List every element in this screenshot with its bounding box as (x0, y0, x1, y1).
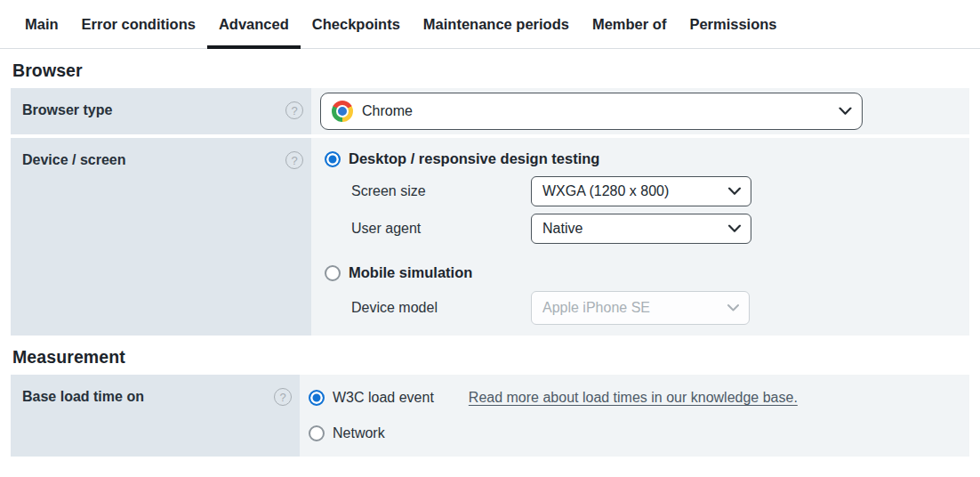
chevron-down-icon (839, 108, 852, 116)
tab-error-conditions[interactable]: Error conditions (70, 0, 207, 48)
screen-size-label: Screen size (351, 183, 531, 199)
base-load-time-row: Base load time on ? W3C load event Read … (11, 375, 969, 457)
tab-main[interactable]: Main (13, 0, 70, 48)
help-icon[interactable]: ? (285, 151, 303, 169)
device-screen-content-cell: Desktop / responsive design testing Scre… (311, 138, 969, 336)
tab-permissions[interactable]: Permissions (678, 0, 788, 48)
device-screen-label-cell: Device / screen ? (11, 138, 311, 336)
chevron-down-icon (727, 304, 739, 311)
w3c-radio[interactable] (309, 390, 325, 406)
tab-advanced[interactable]: Advanced (207, 0, 301, 48)
device-model-label: Device model (351, 300, 531, 316)
browser-type-label-cell: Browser type ? (11, 88, 311, 134)
desktop-option-row: Desktop / responsive design testing (325, 150, 969, 167)
network-option-row: Network (309, 425, 969, 441)
browser-type-label: Browser type (22, 101, 112, 119)
network-radio-label[interactable]: Network (333, 425, 385, 441)
knowledge-base-link[interactable]: Read more about load times in our knowle… (469, 390, 798, 406)
device-model-value: Apple iPhone SE (542, 300, 650, 316)
screen-size-field: Screen size WXGA (1280 x 800) (351, 176, 969, 206)
help-icon[interactable]: ? (274, 388, 292, 406)
tab-member-of[interactable]: Member of (581, 0, 678, 48)
screen-size-value: WXGA (1280 x 800) (542, 183, 669, 199)
device-model-select: Apple iPhone SE (531, 291, 750, 325)
chrome-logo-icon (332, 101, 353, 122)
chevron-down-icon (728, 188, 741, 196)
mobile-radio[interactable] (325, 265, 341, 281)
user-agent-label: User agent (351, 221, 531, 237)
help-icon[interactable]: ? (285, 101, 303, 119)
w3c-option-row: W3C load event Read more about load time… (309, 390, 969, 406)
browser-type-value: Chrome (362, 103, 413, 119)
device-screen-row: Device / screen ? Desktop / responsive d… (11, 138, 969, 336)
tab-maintenance-periods[interactable]: Maintenance periods (412, 0, 581, 48)
user-agent-value: Native (542, 221, 582, 237)
settings-tab-bar: Main Error conditions Advanced Checkpoin… (0, 0, 980, 49)
measurement-settings-table: Base load time on ? W3C load event Read … (11, 375, 969, 457)
browser-section-heading: Browser (12, 61, 969, 81)
user-agent-field: User agent Native (351, 214, 969, 244)
device-screen-label: Device / screen (22, 151, 126, 169)
network-radio[interactable] (309, 425, 325, 441)
base-load-time-label-cell: Base load time on ? (11, 375, 300, 457)
chevron-down-icon (728, 225, 741, 233)
browser-type-content-cell: Chrome (311, 88, 969, 134)
measurement-section-heading: Measurement (12, 347, 969, 368)
desktop-radio-label[interactable]: Desktop / responsive design testing (349, 150, 599, 167)
user-agent-select[interactable]: Native (531, 214, 751, 244)
device-model-field: Device model Apple iPhone SE (351, 291, 969, 325)
mobile-option-row: Mobile simulation (325, 264, 969, 281)
desktop-radio[interactable] (325, 151, 341, 167)
tab-checkpoints[interactable]: Checkpoints (301, 0, 412, 48)
browser-type-row: Browser type ? Chrome (11, 88, 969, 134)
screen-size-select[interactable]: WXGA (1280 x 800) (531, 176, 751, 206)
base-load-time-label: Base load time on (22, 388, 144, 406)
browser-type-select[interactable]: Chrome (320, 93, 863, 130)
base-load-time-content-cell: W3C load event Read more about load time… (300, 375, 969, 457)
browser-settings-table: Browser type ? Chrome Device / screen ? (11, 88, 969, 336)
w3c-radio-label[interactable]: W3C load event (333, 390, 434, 406)
mobile-radio-label[interactable]: Mobile simulation (349, 264, 472, 281)
